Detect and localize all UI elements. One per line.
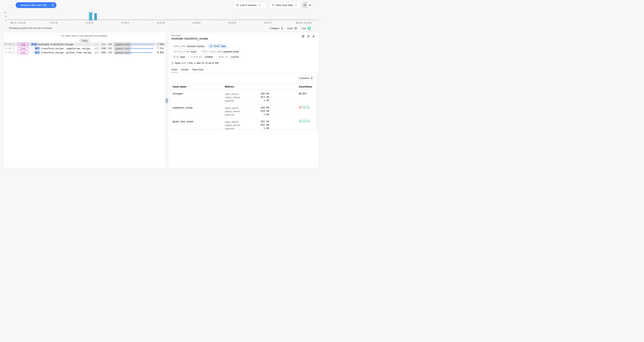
tab-details[interactable]: Details (181, 68, 189, 73)
close-panel-button[interactable] (312, 35, 315, 38)
collapse-button[interactable]: Collapse (270, 26, 284, 30)
slash-shortcut-key[interactable]: / (9, 2, 14, 8)
attribute-key: span_id (218, 55, 228, 58)
span-duration-line: Span took 7.53s at Mar 31 13:18:11 PM (171, 62, 218, 64)
metrics-cell: input_tokens:205.00 output_tokens:453.00… (225, 92, 269, 102)
trace-time: 13:18:11 (4, 47, 14, 50)
attribute-badge-trace-id[interactable]: trace_id ...15ddb8 (189, 55, 215, 59)
x-axis-tick (90, 20, 90, 21)
attribute-badge-span-name[interactable]: span_name evaluate {name} (172, 44, 206, 48)
metric-label: output_tokens: (225, 124, 241, 127)
y-tick-label: 10 (0, 11, 6, 14)
level-badge[interactable]: level Info (208, 44, 228, 48)
columns-button[interactable]: Columns (297, 75, 315, 81)
duration-label: 7.53s (157, 42, 164, 46)
span-name[interactable]: evaluate transform_recipe (38, 42, 73, 46)
trace-tag-badge[interactable]: evals (17, 47, 29, 50)
attribute-key: kind (174, 55, 179, 58)
timeline-bar[interactable] (89, 13, 92, 20)
metric-label: requests: (225, 99, 235, 102)
span-count-badge[interactable]: ⊟ 16 (31, 43, 38, 46)
metric-label: input_tokens: (225, 107, 239, 109)
tree-view-icon (304, 4, 306, 7)
scope-badge[interactable]: pydantic-evals (114, 47, 131, 50)
x-tick-label: 13:20:02 (193, 22, 201, 24)
evals-table-row: vegetarian_recipe input_tokens:208.00 ou… (170, 104, 316, 118)
column-header-assertions: Assertions (299, 83, 312, 90)
scrollbar-thumb[interactable] (318, 74, 318, 131)
span-duration-bar[interactable] (130, 43, 154, 45)
token-stats-badge: Σ ↗1030 ↙323 (94, 47, 113, 50)
attribute-value: ...1ca2ce (229, 55, 239, 58)
metric-value: 1.00 (264, 113, 269, 116)
column-header-case-name: Case name (172, 83, 186, 90)
tokens-out-arrow-icon: ↙ (106, 43, 108, 45)
token-coin-icon (95, 52, 97, 54)
stopwatch-icon (171, 62, 174, 64)
span-count-badge[interactable]: ⊞ 7 (34, 51, 40, 54)
open-in-drawer-button[interactable] (302, 35, 304, 38)
trace-row[interactable]: 13:18:11 evals ⊞ 7 transform_recipe: veg… (3, 47, 166, 50)
x-tick-label: 13:21:17 (264, 22, 272, 24)
span-duration-bar[interactable] (130, 47, 154, 50)
scope-badge[interactable]: pydantic-evals (114, 43, 131, 46)
child-count: 7 (38, 47, 39, 50)
filter-label: Filter local data (276, 4, 293, 7)
pass-check-icon (306, 119, 310, 123)
metric-label: output_tokens: (225, 96, 241, 99)
live-toggle-button[interactable] (307, 26, 311, 30)
span-name[interactable]: transform_recipe: gluten_free_recipe (41, 51, 92, 55)
trace-tag-badge[interactable]: evals (17, 43, 29, 46)
list-view-toggle[interactable] (308, 2, 312, 8)
tabs-separator (168, 73, 319, 73)
x-axis-tick (196, 20, 197, 21)
attribute-badge-kind[interactable]: kind span (172, 55, 187, 59)
evals-table: Case name Metrics Assertions Averages in… (170, 83, 316, 130)
attribute-badge-service-name[interactable]: service_name evals (172, 50, 198, 54)
tokens-in-arrow-icon: ↗ (100, 52, 100, 54)
tree-view-toggle[interactable] (302, 2, 308, 8)
trace-row[interactable]: 13:18:11 evals ⊞ 7 transform_recipe: glu… (3, 51, 166, 55)
trace-tag-badge[interactable]: evals (17, 51, 29, 54)
attribute-badge-span-id[interactable]: span_id ...1ca2ce (216, 55, 241, 59)
evals-table-row: Averages input_tokens:205.00 output_toke… (170, 90, 316, 104)
detail-panel: message evaluate transform_recipe span_n… (168, 32, 319, 168)
close-icon (312, 35, 315, 38)
timeline-chart: 10 5 0 Mar 31. 13:16:55 13:17:32 13:18:1… (0, 10, 322, 27)
took-word: Span (175, 62, 180, 64)
token-coin-icon (95, 47, 97, 50)
attribute-value: evaluate {name} (187, 45, 204, 48)
scope-badge[interactable]: pydantic-evals (114, 51, 131, 54)
tab-raw-data[interactable]: Raw Data (192, 68, 203, 73)
case-name: gluten_free_recipe (172, 120, 194, 123)
span-duration-bar[interactable] (130, 52, 154, 54)
tab-evals[interactable]: Evals (172, 68, 178, 73)
info-icon (210, 45, 212, 47)
timeline-bar[interactable] (94, 13, 97, 20)
pass-check-icon (306, 106, 310, 109)
filter-local-data-button[interactable]: Filter local data (269, 2, 301, 8)
clear-button[interactable]: Clear (287, 26, 297, 30)
date-pill: Today (79, 39, 90, 43)
tree-connector (32, 46, 34, 49)
trace-rows: 13:18:11 evals ⊟ 16 evaluate transform_r… (3, 42, 166, 55)
copy-link-button[interactable] (307, 35, 310, 38)
time-range-label: Last 5 minutes (240, 4, 256, 7)
span-name[interactable]: transform_recipe: vegetarian_recipe (41, 47, 90, 50)
time-range-button[interactable]: Last 5 minutes (234, 2, 266, 8)
metric-value: 482.00 (260, 123, 269, 126)
trace-row[interactable]: 13:18:11 evals ⊟ 16 evaluate transform_r… (3, 42, 166, 46)
tokens-in-count: 2112 (101, 43, 106, 46)
tokens-in-arrow-icon: ↗ (100, 47, 100, 50)
chevron-down-icon (259, 4, 261, 6)
search-button[interactable]: Search & filter with SQL... (16, 2, 56, 8)
token-stats-badge: Σ ↗1082 ↙325 (94, 51, 113, 54)
attribute-badge-otel-scope-name[interactable]: otel_scope_name pydantic-evals (200, 50, 241, 54)
span-count-badge[interactable]: ⊞ 7 (34, 47, 40, 50)
x-axis-tick (268, 20, 268, 21)
search-icon (51, 4, 54, 7)
token-stats-badge: Σ ↗2112 ↙648 (94, 43, 113, 46)
pass-check-icon (302, 106, 306, 109)
metric-value: 1.00 (264, 127, 269, 129)
record-kind-label: message (172, 34, 181, 37)
